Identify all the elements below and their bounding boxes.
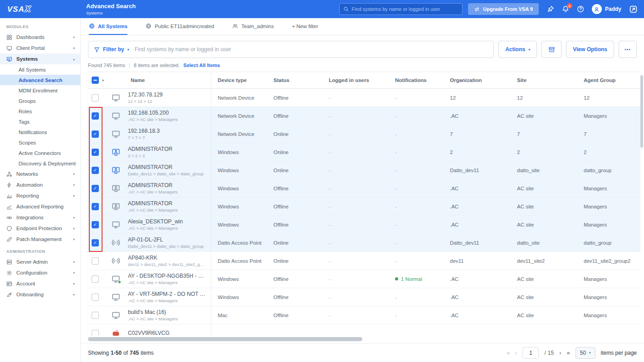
system-name-cell[interactable]: build's Mac (16).AC > AC site > Managers bbox=[127, 306, 211, 324]
system-name[interactable]: AY - VRT-5MPM-2 - DO NOT USE bbox=[128, 291, 206, 297]
system-name[interactable]: C02VV9R6LVCG bbox=[128, 330, 170, 336]
view-options-button[interactable]: View Options bbox=[566, 41, 614, 58]
sidebar-item-reporting[interactable]: Reporting▾ bbox=[0, 190, 80, 201]
system-name-cell[interactable]: AP-01-DL-2FLDatto_dev11 > datto_site > d… bbox=[127, 234, 211, 251]
tab-new-filter[interactable]: + New filter bbox=[292, 18, 318, 35]
system-name[interactable]: ADMINISTRATOR bbox=[128, 164, 172, 170]
sidebar-item-patch-management[interactable]: Patch Management▾ bbox=[0, 234, 80, 245]
system-name-cell[interactable]: ADMINISTRATOR.AC > AC site > Managers bbox=[127, 179, 211, 197]
sidebar-item-endpoint-protection[interactable]: Endpoint Protection▾ bbox=[0, 223, 80, 234]
row-checkbox[interactable] bbox=[92, 257, 99, 265]
sidebar-subitem-roles[interactable]: Roles bbox=[0, 106, 80, 116]
pin-button[interactable] bbox=[547, 5, 554, 13]
table-row[interactable]: ADMINISTRATOR.AC > AC site > ManagersWin… bbox=[88, 198, 640, 216]
vsa-logo[interactable]: VSA X bbox=[0, 4, 81, 14]
row-checkbox[interactable] bbox=[92, 330, 99, 336]
user-menu[interactable]: Paddy bbox=[592, 4, 621, 14]
page-number-input[interactable] bbox=[522, 347, 539, 359]
first-page-icon[interactable]: « bbox=[507, 350, 510, 356]
system-name-cell[interactable]: 192.168.18.37 > 7 > 7 bbox=[127, 125, 211, 143]
row-checkbox[interactable] bbox=[92, 203, 99, 210]
system-name-cell[interactable]: 192.168.105.200.AC > AC site > Managers bbox=[127, 107, 211, 125]
row-checkbox[interactable] bbox=[92, 130, 99, 138]
system-name[interactable]: AP840-KRK bbox=[128, 255, 157, 261]
column-header-device-type[interactable]: Device type bbox=[211, 72, 267, 88]
horizontal-scrollbar[interactable] bbox=[88, 337, 362, 341]
upgrade-button[interactable]: Upgrade From VSA 9 bbox=[468, 3, 539, 15]
sidebar-item-account[interactable]: Account▾ bbox=[0, 278, 80, 289]
global-search-input[interactable] bbox=[351, 6, 459, 12]
column-header-name[interactable]: Name bbox=[127, 72, 211, 88]
row-checkbox-cell[interactable] bbox=[88, 234, 109, 251]
system-name[interactable]: 192.168.105.200 bbox=[128, 110, 169, 116]
system-name[interactable]: build's Mac (16) bbox=[128, 309, 166, 315]
tab-public-et11admincreated[interactable]: Public ET11admincreated bbox=[146, 18, 214, 35]
row-checkbox[interactable] bbox=[92, 112, 99, 120]
systems-filter-box[interactable]: Filter by ▾ bbox=[88, 41, 494, 58]
sidebar-item-onboarding[interactable]: Onboarding▾ bbox=[0, 289, 80, 300]
row-checkbox[interactable] bbox=[92, 149, 99, 156]
row-checkbox-cell[interactable] bbox=[88, 252, 109, 270]
row-checkbox-cell[interactable] bbox=[88, 89, 109, 106]
system-name-cell[interactable]: ADMINISTRATOR.AC > AC site > Managers bbox=[127, 198, 211, 215]
help-button[interactable] bbox=[577, 5, 584, 13]
sidebar-subitem-advanced-search[interactable]: Advanced Search bbox=[0, 75, 80, 85]
sidebar-subitem-discovery-deployment[interactable]: Discovery & Deployment bbox=[0, 158, 80, 169]
system-name[interactable]: Alesia_DESKTOP_win bbox=[128, 218, 183, 225]
row-checkbox-cell[interactable] bbox=[88, 143, 109, 161]
last-page-icon[interactable]: » bbox=[567, 350, 570, 356]
row-checkbox-cell[interactable] bbox=[88, 161, 109, 179]
row-checkbox[interactable] bbox=[92, 185, 99, 192]
row-checkbox-cell[interactable] bbox=[88, 216, 109, 233]
select-all-checkbox[interactable] bbox=[92, 77, 99, 84]
sidebar-subitem-all-systems[interactable]: All Systems bbox=[0, 64, 80, 75]
column-header-status[interactable]: Status bbox=[267, 72, 322, 88]
row-checkbox-cell[interactable] bbox=[88, 198, 109, 215]
row-checkbox[interactable] bbox=[92, 94, 99, 101]
app-launcher-button[interactable] bbox=[629, 5, 638, 14]
system-name-cell[interactable]: Alesia_DESKTOP_win.AC > AC site > Manage… bbox=[127, 216, 211, 233]
row-checkbox[interactable] bbox=[92, 239, 99, 246]
system-name-cell[interactable]: AY - DESKTOP-NGGB35H - 10x64.AC > AC sit… bbox=[127, 270, 211, 288]
row-checkbox-cell[interactable] bbox=[88, 306, 109, 324]
system-name[interactable]: ADMINISTRATOR bbox=[128, 200, 172, 207]
system-name-cell[interactable]: C02VV9R6LVCG bbox=[127, 324, 211, 336]
column-header-agent-group[interactable]: Agent Group bbox=[577, 72, 640, 88]
row-checkbox[interactable] bbox=[92, 275, 99, 283]
filter-by-button[interactable]: Filter by ▾ bbox=[94, 46, 129, 53]
system-name[interactable]: AP-01-DL-2FL bbox=[128, 237, 163, 243]
table-row[interactable]: AP840-KRKdev11 > dev11_site2 > dev11_sit… bbox=[88, 252, 640, 270]
vertical-scrollbar[interactable] bbox=[640, 75, 643, 148]
system-name[interactable]: 172.30.78.129 bbox=[128, 92, 163, 98]
sidebar-item-systems[interactable]: Systems▴ bbox=[0, 53, 80, 64]
notifications-button[interactable]: 2 bbox=[562, 5, 569, 13]
table-row[interactable]: AP-01-DL-2FLDatto_dev11 > datto_site > d… bbox=[88, 234, 640, 252]
actions-button[interactable]: Actions ▾ bbox=[498, 41, 537, 58]
table-row[interactable]: AY - VRT-5MPM-2 - DO NOT USE.AC > AC sit… bbox=[88, 288, 640, 306]
more-options-button[interactable]: ⋯ bbox=[619, 41, 637, 58]
row-checkbox-cell[interactable] bbox=[88, 107, 109, 125]
system-name[interactable]: 192.168.18.3 bbox=[128, 128, 160, 134]
row-checkbox-cell[interactable] bbox=[88, 125, 109, 143]
system-name-cell[interactable]: AP840-KRKdev11 > dev11_site2 > dev11_sit… bbox=[127, 252, 211, 270]
sidebar-item-integrations[interactable]: Integrations▾ bbox=[0, 212, 80, 223]
items-per-page-select[interactable]: 50 ▾ bbox=[576, 347, 595, 359]
sidebar-subitem-scopes[interactable]: Scopes bbox=[0, 137, 80, 148]
system-name[interactable]: ADMINISTRATOR bbox=[128, 146, 172, 152]
sidebar-subitem-tags[interactable]: Tags bbox=[0, 116, 80, 127]
sidebar-item-server-admin[interactable]: Server Admin▾ bbox=[0, 256, 80, 267]
column-header-notifications[interactable]: Notifications bbox=[389, 72, 444, 88]
sidebar-item-automation[interactable]: Automation▾ bbox=[0, 179, 80, 190]
system-name[interactable]: AY - DESKTOP-NGGB35H - 10x64 bbox=[128, 273, 206, 279]
table-row[interactable]: Alesia_DESKTOP_win.AC > AC site > Manage… bbox=[88, 216, 640, 234]
select-all-cell[interactable]: ▾ bbox=[88, 72, 109, 88]
table-row[interactable]: ADMINISTRATOR2 > 2 > 2WindowsOnline--222 bbox=[88, 143, 640, 161]
tab-all-systems[interactable]: All Systems bbox=[89, 18, 127, 35]
row-checkbox-cell[interactable] bbox=[88, 324, 109, 336]
global-search[interactable] bbox=[339, 3, 463, 15]
system-name-cell[interactable]: ADMINISTRATORDatto_dev11 > datto_site > … bbox=[127, 161, 211, 179]
systems-filter-input[interactable] bbox=[135, 46, 488, 53]
table-row[interactable]: ADMINISTRATOR.AC > AC site > ManagersWin… bbox=[88, 179, 640, 198]
sidebar-subitem-groups[interactable]: Groups bbox=[0, 96, 80, 106]
sidebar-subitem-notifications[interactable]: Notifications bbox=[0, 127, 80, 137]
